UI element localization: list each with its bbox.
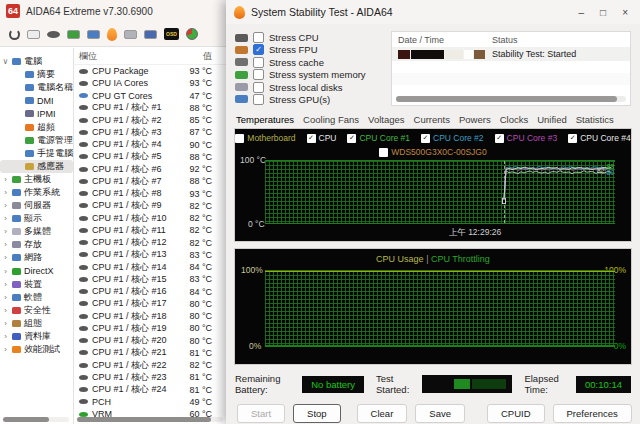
- tab-clocks[interactable]: Clocks: [500, 114, 529, 125]
- report-icon[interactable]: [27, 30, 40, 39]
- checkbox[interactable]: [253, 57, 264, 68]
- cpuid-button[interactable]: CPUID: [487, 404, 545, 423]
- save-button[interactable]: Save: [415, 404, 465, 423]
- sensor-row[interactable]: CPU GT Cores47 °C: [74, 90, 226, 102]
- chevron-right-icon[interactable]: ›: [2, 214, 9, 223]
- chevron-right-icon[interactable]: ›: [2, 253, 9, 262]
- sensor-row[interactable]: CPU #1 / 核心 #2080 °C: [74, 335, 226, 347]
- checkbox[interactable]: [253, 94, 264, 105]
- sensor-row[interactable]: CPU #1 / 核心 #893 °C: [74, 188, 226, 200]
- sensor-row[interactable]: CPU #1 / 核心 #588 °C: [74, 151, 226, 163]
- tree-item-電腦[interactable]: ∨電腦: [0, 55, 73, 68]
- chevron-right-icon[interactable]: ›: [2, 188, 9, 197]
- tab-unified[interactable]: Unified: [537, 114, 567, 125]
- stability-test-icon[interactable]: [107, 28, 117, 41]
- sensor-row[interactable]: PCH49 °C: [74, 396, 226, 408]
- sensor-row[interactable]: CPU #1 / 核心 #490 °C: [74, 139, 226, 151]
- sensor-row[interactable]: CPU #1 / 核心 #1282 °C: [74, 237, 226, 249]
- minimize-button[interactable]: –: [579, 7, 585, 18]
- tree-item-安全性[interactable]: ›安全性: [0, 304, 73, 317]
- tree-item-多媒體[interactable]: ›多媒體: [0, 225, 73, 238]
- tree-item-組態[interactable]: ›組態: [0, 317, 73, 330]
- sensor-row[interactable]: CPU #1 / 核心 #1082 °C: [74, 212, 226, 224]
- sensor-row[interactable]: CPU #1 / 核心 #1583 °C: [74, 273, 226, 285]
- chevron-right-icon[interactable]: ›: [2, 293, 9, 302]
- scrollbar-thumb[interactable]: [3, 417, 49, 422]
- legend-checkbox[interactable]: ✓: [421, 134, 430, 143]
- tab-cooling-fans[interactable]: Cooling Fans: [303, 114, 359, 125]
- refresh-icon[interactable]: [9, 29, 20, 40]
- legend-checkbox[interactable]: ✓: [347, 134, 356, 143]
- close-window-button[interactable]: ×: [622, 7, 628, 18]
- preferences-button[interactable]: Preferences: [553, 404, 632, 423]
- tree-item-主機板[interactable]: ›主機板: [0, 173, 73, 186]
- tree-item-電源管理[interactable]: 電源管理: [0, 134, 73, 147]
- sensor-row[interactable]: CPU #1 / 核心 #1383 °C: [74, 249, 226, 261]
- tree-item-IPMI[interactable]: IPMI: [0, 107, 73, 120]
- legend-checkbox[interactable]: ✓: [568, 134, 577, 143]
- tree-item-作業系統[interactable]: ›作業系統: [0, 186, 73, 199]
- tab-temperatures[interactable]: Temperatures: [236, 114, 294, 125]
- chevron-right-icon[interactable]: ›: [2, 345, 9, 354]
- tab-statistics[interactable]: Statistics: [576, 114, 614, 125]
- checkbox[interactable]: ✓: [253, 44, 264, 55]
- legend-checkbox[interactable]: [235, 134, 244, 143]
- maximize-button[interactable]: □: [600, 7, 606, 18]
- tree-item-裝置[interactable]: ›裝置: [0, 278, 73, 291]
- tree-item-DMI[interactable]: DMI: [0, 94, 73, 107]
- user-icon[interactable]: [144, 30, 157, 39]
- tree-item-網路[interactable]: ›網路: [0, 251, 73, 264]
- sensor-row[interactable]: CPU Package93 °C: [74, 65, 226, 77]
- osd-icon[interactable]: OSD: [164, 28, 179, 40]
- sensor-horizontal-scrollbar[interactable]: [77, 417, 223, 422]
- log-horizontal-scrollbar[interactable]: [396, 96, 626, 102]
- tree-item-軟體[interactable]: ›軟體: [0, 291, 73, 304]
- sensor-row[interactable]: CPU #1 / 核心 #1880 °C: [74, 310, 226, 322]
- sensor-row[interactable]: CPU #1 / 核心 #1780 °C: [74, 298, 226, 310]
- tab-voltages[interactable]: Voltages: [368, 114, 404, 125]
- sensor-row[interactable]: CPU #1 / 核心 #2381 °C: [74, 371, 226, 383]
- sensor-row[interactable]: CPU #1 / 核心 #1182 °C: [74, 224, 226, 236]
- chevron-right-icon[interactable]: ›: [2, 319, 9, 328]
- sensor-row[interactable]: CPU #1 / 核心 #188 °C: [74, 102, 226, 114]
- tab-powers[interactable]: Powers: [459, 114, 491, 125]
- tree-item-伺服器[interactable]: ›伺服器: [0, 199, 73, 212]
- tree-item-效能測試[interactable]: ›效能測試: [0, 343, 73, 356]
- display-icon[interactable]: [87, 30, 100, 39]
- tree-item-電腦名稱[interactable]: 電腦名稱: [0, 81, 73, 94]
- tree-item-摘要[interactable]: 摘要: [0, 68, 73, 81]
- legend-checkbox[interactable]: ✓: [495, 134, 504, 143]
- sensor-row[interactable]: CPU #1 / 核心 #1980 °C: [74, 322, 226, 334]
- legend-checkbox[interactable]: [379, 148, 388, 157]
- sensor-row[interactable]: CPU #1 / 核心 #788 °C: [74, 175, 226, 187]
- clear-button[interactable]: Clear: [357, 404, 408, 423]
- chevron-down-icon[interactable]: ∨: [2, 57, 9, 66]
- benchmark-icon[interactable]: [124, 30, 137, 39]
- chevron-right-icon[interactable]: ›: [2, 267, 9, 276]
- start-button[interactable]: Start: [237, 404, 285, 423]
- tree-item-手提電腦[interactable]: 手提電腦: [0, 147, 73, 160]
- chevron-right-icon[interactable]: ›: [2, 201, 9, 210]
- sensor-row[interactable]: CPU IA Cores93 °C: [74, 77, 226, 89]
- sensor-row[interactable]: CPU #1 / 核心 #2181 °C: [74, 347, 226, 359]
- chevron-right-icon[interactable]: ›: [2, 227, 9, 236]
- stop-button[interactable]: Stop: [293, 404, 341, 423]
- legend-checkbox[interactable]: ✓: [307, 134, 316, 143]
- cpu-icon[interactable]: [47, 31, 60, 38]
- tree-item-感應器[interactable]: 感應器: [0, 160, 73, 173]
- sensor-row[interactable]: CPU #1 / 核心 #285 °C: [74, 114, 226, 126]
- log-row[interactable]: Stability Test: Started: [392, 47, 630, 61]
- sensor-row[interactable]: CPU #1 / 核心 #2282 °C: [74, 359, 226, 371]
- sensor-row[interactable]: CPU #1 / 核心 #982 °C: [74, 200, 226, 212]
- tree-item-顯示[interactable]: ›顯示: [0, 212, 73, 225]
- sensor-row[interactable]: CPU #1 / 核心 #2481 °C: [74, 384, 226, 396]
- scrollbar-thumb[interactable]: [396, 96, 617, 102]
- chevron-right-icon[interactable]: ›: [2, 240, 9, 249]
- tree-item-資料庫[interactable]: ›資料庫: [0, 330, 73, 343]
- chevron-right-icon[interactable]: ›: [2, 175, 9, 184]
- sensor-row[interactable]: CPU #1 / 核心 #387 °C: [74, 126, 226, 138]
- chevron-right-icon[interactable]: ›: [2, 332, 9, 341]
- tab-currents[interactable]: Currents: [414, 114, 450, 125]
- checkbox[interactable]: [253, 69, 264, 80]
- tree-horizontal-scrollbar[interactable]: [3, 417, 69, 422]
